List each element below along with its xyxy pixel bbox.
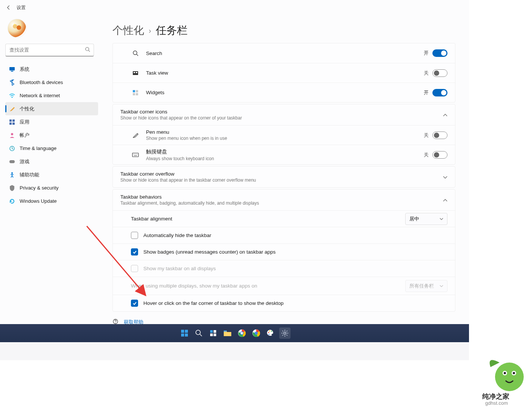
pen-menu-toggle[interactable]: [432, 132, 447, 139]
row-sublabel: Show pen menu icon when pen is in use: [146, 136, 424, 141]
alignment-dropdown[interactable]: 居中: [405, 213, 447, 225]
taskview-icon: [131, 69, 140, 78]
taskbar-chrome-canary-icon[interactable]: [236, 327, 248, 339]
sidebar-item-update[interactable]: Windows Update: [5, 194, 98, 208]
sidebar-item-system[interactable]: 系统: [5, 63, 98, 76]
clock-lang-icon: [9, 145, 15, 151]
taskbar-widgets-icon[interactable]: [208, 327, 219, 339]
row-pen-menu[interactable]: Pen menuShow pen menu icon when pen is i…: [113, 125, 455, 145]
svg-rect-39: [181, 334, 184, 337]
section-title: Taskbar corner overflow: [120, 171, 443, 177]
hover-corner-checkbox[interactable]: [131, 300, 138, 307]
svg-rect-47: [224, 330, 227, 332]
taskbar-chrome-icon[interactable]: [251, 327, 262, 339]
row-touch-keyboard[interactable]: 触摸键盘Always show touch keyboard icon 关: [113, 145, 455, 164]
row-task-view[interactable]: Task view 关: [113, 63, 455, 83]
sidebar-item-label: Bluetooth & devices: [20, 80, 63, 85]
sidebar-item-bluetooth[interactable]: Bluetooth & devices: [5, 76, 98, 89]
sidebar-item-label: Network & internet: [20, 93, 60, 98]
svg-rect-26: [132, 153, 138, 157]
sidebar-item-privacy[interactable]: Privacy & security: [5, 181, 98, 194]
taskbar-paint-icon[interactable]: [265, 327, 276, 339]
sidebar-item-accounts[interactable]: 帐户: [5, 129, 98, 142]
svg-rect-7: [11, 71, 13, 72]
keyboard-icon: [131, 150, 140, 159]
widgets-toggle[interactable]: [432, 89, 447, 96]
sidebar-item-time-language[interactable]: Time & language: [5, 142, 98, 155]
section-subtitle: Taskbar alignment, badging, automaticall…: [120, 200, 443, 206]
sidebar-item-network[interactable]: Network & internet: [5, 89, 98, 102]
search-icon: [85, 47, 90, 54]
svg-rect-43: [210, 330, 213, 333]
taskview-toggle[interactable]: [432, 69, 447, 77]
pen-icon: [131, 131, 140, 140]
row-auto-hide[interactable]: Automatically hide the taskbar: [113, 227, 455, 243]
section-behaviors[interactable]: Taskbar behaviors Taskbar alignment, bad…: [113, 190, 455, 210]
touch-keyboard-toggle[interactable]: [432, 151, 447, 159]
row-search[interactable]: Search 开: [113, 43, 455, 63]
row-sublabel: Always show touch keyboard icon: [146, 156, 424, 161]
all-displays-checkbox: [131, 265, 138, 272]
taskbar-settings-icon[interactable]: [279, 327, 291, 339]
sidebar-item-label: Privacy & security: [20, 185, 58, 191]
svg-point-1: [17, 25, 21, 30]
svg-point-52: [255, 332, 258, 335]
section-corner-icons[interactable]: Taskbar corner icons Show or hide icons …: [113, 104, 455, 125]
window-title: 设置: [17, 5, 26, 11]
svg-point-33: [115, 323, 116, 323]
section-title: Taskbar behaviors: [120, 194, 443, 200]
toggle-state: 开: [424, 50, 429, 57]
svg-point-53: [268, 332, 269, 333]
breadcrumb-section[interactable]: 个性化: [112, 23, 144, 38]
svg-point-16: [11, 172, 13, 174]
svg-point-54: [269, 330, 270, 332]
toggle-state: 关: [424, 70, 429, 77]
svg-rect-9: [9, 119, 12, 122]
back-button[interactable]: [5, 4, 12, 11]
sidebar-item-gaming[interactable]: 游戏: [5, 155, 98, 168]
svg-rect-23: [136, 90, 138, 92]
section-title: Taskbar corner icons: [120, 109, 443, 115]
row-label: 触摸键盘: [146, 148, 424, 155]
windows-taskbar[interactable]: [0, 324, 469, 342]
start-button[interactable]: [179, 327, 190, 339]
section-subtitle: Show or hide icons that appear in the ta…: [120, 177, 443, 183]
sidebar-item-label: Windows Update: [20, 198, 57, 204]
auto-hide-checkbox[interactable]: [131, 232, 138, 239]
bluetooth-icon: [9, 80, 15, 86]
page-title: 任务栏: [156, 23, 188, 38]
svg-rect-44: [214, 330, 216, 333]
row-label: Hover or click on the far corner of task…: [143, 300, 283, 306]
row-label: Automatically hide the taskbar: [143, 233, 211, 238]
search-toggle[interactable]: [432, 49, 447, 57]
row-hover-corner[interactable]: Hover or click on the far corner of task…: [113, 295, 455, 311]
user-avatar[interactable]: [8, 19, 26, 38]
row-widgets[interactable]: Widgets 开: [113, 83, 455, 102]
svg-rect-21: [136, 72, 137, 73]
search-box[interactable]: [5, 44, 94, 57]
multi-display-dropdown: 所有任务栏: [405, 280, 447, 292]
taskbar-search-icon[interactable]: [193, 327, 204, 339]
row-badges[interactable]: Show badges (unread messages counter) on…: [113, 243, 455, 260]
badges-checkbox[interactable]: [131, 248, 138, 256]
chevron-up-icon: [443, 112, 447, 118]
update-icon: [9, 198, 15, 204]
taskbar-explorer-icon[interactable]: [222, 327, 233, 339]
svg-line-18: [137, 54, 138, 56]
svg-rect-6: [9, 67, 15, 70]
sidebar-item-label: 系统: [20, 66, 29, 73]
section-overflow[interactable]: Taskbar corner overflow Show or hide ico…: [113, 167, 455, 187]
sidebar-item-apps[interactable]: 应用: [5, 115, 98, 129]
toggle-state: 开: [424, 89, 429, 96]
svg-point-56: [268, 334, 269, 335]
sidebar-item-accessibility[interactable]: 辅助功能: [5, 168, 98, 181]
svg-point-50: [241, 332, 243, 334]
svg-rect-37: [181, 330, 184, 333]
svg-point-3: [20, 24, 21, 26]
sidebar-item-label: 个性化: [20, 106, 34, 112]
search-input[interactable]: [5, 44, 94, 57]
svg-rect-10: [12, 119, 15, 122]
svg-rect-12: [12, 122, 15, 125]
dropdown-value: 居中: [409, 216, 419, 222]
sidebar-item-personalization[interactable]: 个性化: [5, 102, 98, 115]
